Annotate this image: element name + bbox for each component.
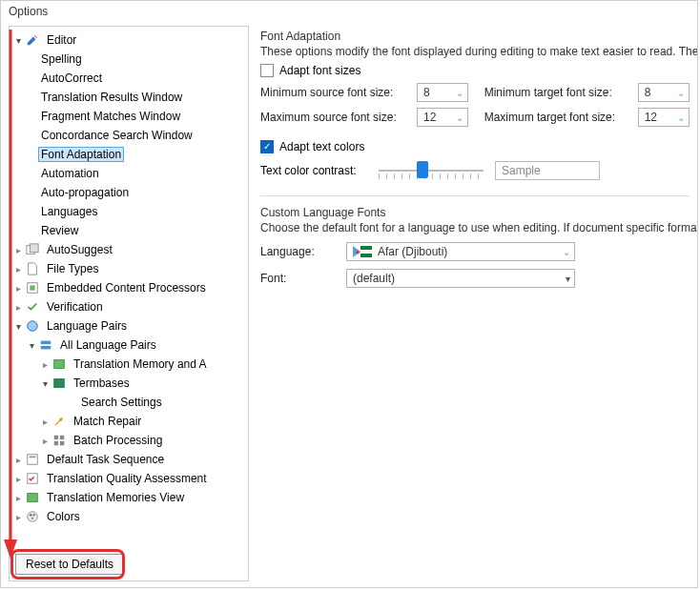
- svg-rect-6: [41, 346, 51, 350]
- svg-rect-14: [30, 457, 36, 458]
- max-target-font-label: Maximum target font size:: [484, 111, 632, 124]
- check-icon: [25, 299, 40, 315]
- svg-rect-1: [30, 244, 38, 253]
- tree-item-autosuggest[interactable]: AutoSuggest: [11, 240, 246, 259]
- expander-icon[interactable]: [25, 338, 38, 352]
- tree-item-tm-view[interactable]: Translation Memories View: [11, 488, 246, 507]
- max-source-font-combo[interactable]: 12⌄: [417, 108, 468, 127]
- tree-item-default-task-sequence[interactable]: Default Task Sequence: [11, 450, 246, 469]
- text-color-contrast-slider[interactable]: [379, 159, 484, 182]
- expander-icon[interactable]: [38, 376, 51, 390]
- expander-icon[interactable]: [11, 319, 25, 333]
- svg-rect-11: [54, 441, 58, 445]
- options-tree[interactable]: Editor Spelling AutoCorrect Translation …: [10, 27, 248, 540]
- expander-icon[interactable]: [38, 415, 51, 428]
- adapt-font-sizes-checkbox[interactable]: [260, 64, 274, 77]
- expander-icon[interactable]: [11, 472, 25, 485]
- text-color-contrast-label: Text color contrast:: [260, 164, 373, 177]
- window-title: Options: [1, 1, 697, 22]
- tm-icon: [51, 356, 67, 372]
- svg-rect-8: [54, 379, 65, 388]
- font-label: Font:: [260, 272, 346, 285]
- palette-icon: [25, 509, 40, 524]
- pencil-icon: [25, 32, 40, 48]
- chevron-down-icon: ⌄: [456, 112, 463, 123]
- expander-icon[interactable]: [11, 491, 25, 504]
- section-title-custom-fonts: Custom Language Fonts: [260, 206, 690, 219]
- content-area: Editor Spelling AutoCorrect Translation …: [1, 22, 697, 585]
- expander-icon[interactable]: [38, 357, 51, 371]
- min-target-font-label: Minimum target font size:: [484, 86, 632, 99]
- expander-icon[interactable]: [11, 281, 25, 295]
- tree-item-font-adaptation[interactable]: Font Adaptation: [11, 145, 246, 164]
- expander-icon[interactable]: [11, 33, 25, 47]
- svg-rect-16: [28, 494, 38, 502]
- tree-item-tqa[interactable]: Translation Quality Assessment: [11, 469, 246, 488]
- globe-icon: [25, 318, 40, 334]
- tree-item-review[interactable]: Review: [11, 221, 246, 240]
- max-target-font-combo[interactable]: 12⌄: [638, 108, 690, 127]
- tree-item-batch-processing[interactable]: Batch Processing: [11, 431, 246, 450]
- min-source-font-combo[interactable]: 8⌄: [417, 83, 468, 102]
- tree-item-file-types[interactable]: File Types: [11, 259, 246, 278]
- tree-item-language-pairs[interactable]: Language Pairs: [11, 316, 246, 336]
- autosuggest-icon: [25, 242, 40, 257]
- svg-point-4: [28, 321, 38, 332]
- svg-rect-3: [30, 285, 34, 290]
- language-label: Language:: [260, 245, 346, 258]
- svg-rect-9: [54, 436, 58, 439]
- adapt-text-colors-label: Adapt text colors: [279, 140, 364, 153]
- min-target-font-combo[interactable]: 8⌄: [638, 83, 690, 102]
- batch-icon: [51, 433, 67, 448]
- tree-item-spelling[interactable]: Spelling: [11, 50, 246, 69]
- wrench-icon: [51, 414, 67, 429]
- task-icon: [25, 452, 40, 467]
- termbase-icon: [51, 376, 67, 391]
- all-pairs-icon: [38, 337, 53, 353]
- tree-item-colors[interactable]: Colors: [11, 507, 246, 526]
- max-source-font-label: Maximum source font size:: [260, 111, 411, 124]
- dropdown-icon: ▾: [566, 274, 570, 284]
- settings-panel: Font Adaptation These options modify the…: [249, 22, 697, 585]
- tree-item-match-repair[interactable]: Match Repair: [11, 412, 246, 431]
- tree-item-auto-propagation[interactable]: Auto-propagation: [11, 183, 246, 202]
- svg-rect-12: [60, 441, 64, 445]
- font-combo[interactable]: (default) ▾: [346, 269, 575, 288]
- font-adaptation-description: These options modify the font displayed …: [260, 45, 690, 58]
- tree-item-search-settings[interactable]: Search Settings: [11, 393, 246, 412]
- section-title-font-adaptation: Font Adaptation: [260, 30, 690, 43]
- tree-item-languages[interactable]: Languages: [11, 202, 246, 221]
- adapt-text-colors-checkbox[interactable]: [260, 140, 274, 153]
- options-window: Options Editor Spelling AutoCorrect Tran…: [0, 0, 698, 588]
- custom-fonts-description: Choose the default font for a language t…: [260, 221, 690, 234]
- tree-item-termbases[interactable]: Termbases: [11, 374, 246, 393]
- expander-icon[interactable]: [11, 510, 25, 523]
- tree-item-fragment-matches-window[interactable]: Fragment Matches Window: [11, 107, 246, 126]
- tree-item-autocorrect[interactable]: AutoCorrect: [11, 69, 246, 88]
- expander-icon[interactable]: [11, 300, 25, 314]
- expander-icon[interactable]: [38, 434, 51, 447]
- sidebar: Editor Spelling AutoCorrect Translation …: [9, 26, 249, 581]
- svg-point-20: [31, 517, 34, 519]
- tree-item-editor[interactable]: Editor: [11, 31, 246, 50]
- tree-item-embedded-content-processors[interactable]: Embedded Content Processors: [11, 278, 246, 297]
- language-combo[interactable]: ★ Afar (Djibouti) ⌄: [346, 242, 575, 261]
- tree-item-automation[interactable]: Automation: [11, 164, 246, 183]
- expander-icon[interactable]: [11, 262, 25, 275]
- reset-to-defaults-button[interactable]: Reset to Defaults: [15, 554, 124, 575]
- chevron-down-icon: ⌄: [677, 88, 685, 98]
- expander-icon[interactable]: [11, 453, 25, 466]
- svg-rect-10: [60, 436, 64, 439]
- svg-point-19: [32, 514, 35, 517]
- tree-item-all-language-pairs[interactable]: All Language Pairs: [11, 336, 246, 355]
- separator: [260, 195, 690, 196]
- svg-point-17: [28, 512, 38, 522]
- sample-preview: Sample: [495, 161, 600, 180]
- expander-icon[interactable]: [11, 243, 25, 256]
- tree-item-verification[interactable]: Verification: [11, 297, 246, 316]
- tree-item-translation-results-window[interactable]: Translation Results Window: [11, 88, 246, 107]
- tree-item-tm-and-a[interactable]: Translation Memory and A: [11, 355, 246, 374]
- chevron-down-icon: ⌄: [677, 112, 685, 123]
- tree-item-concordance-search-window[interactable]: Concordance Search Window: [11, 126, 246, 145]
- file-icon: [25, 261, 40, 276]
